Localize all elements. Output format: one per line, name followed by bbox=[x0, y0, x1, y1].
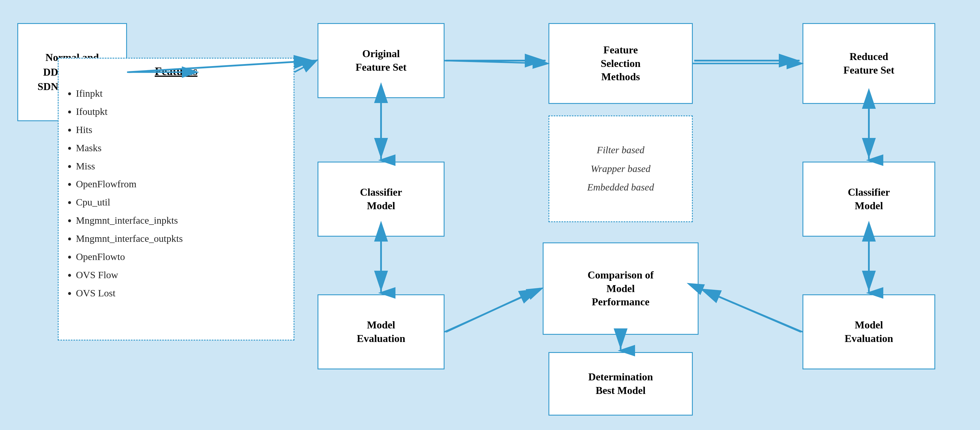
feature-hits: Hits bbox=[76, 121, 183, 139]
features-list: Ifinpkt Ifoutpkt Hits Masks Miss OpenFlo… bbox=[76, 84, 183, 302]
comparison-box: Comparison ofModelPerformance bbox=[542, 243, 698, 335]
fsm-methods-text: Filter based Wrapper based Embedded base… bbox=[587, 141, 654, 197]
feature-ovs-lost: OVS Lost bbox=[76, 284, 183, 302]
model-eval-right-box: ModelEvaluation bbox=[802, 294, 935, 370]
feature-selection-methods-title: FeatureSelectionMethods bbox=[601, 43, 641, 84]
determination-title: DeterminationBest Model bbox=[588, 370, 653, 397]
determination-box: DeterminationBest Model bbox=[549, 352, 693, 416]
features-label: Features bbox=[155, 64, 197, 78]
feature-mngmnt-inpkts: Mngmnt_interface_inpkts bbox=[76, 211, 183, 230]
diagram-container: Normal andDDoS AttackSDN Flow Data Featu… bbox=[0, 0, 980, 430]
feature-openflowfrom: OpenFlowfrom bbox=[76, 175, 183, 194]
arrow-eval-right-to-comparison bbox=[700, 289, 801, 332]
classifier-model-right-title: ClassifierModel bbox=[848, 186, 890, 213]
fsm-methods-box: Filter based Wrapper based Embedded base… bbox=[549, 116, 693, 222]
reduced-feature-set-title: ReducedFeature Set bbox=[843, 50, 894, 77]
feature-masks: Masks bbox=[76, 139, 183, 157]
feature-openflowto: OpenFlowto bbox=[76, 248, 183, 266]
original-feature-set-box: OriginalFeature Set bbox=[318, 23, 444, 98]
feature-ovs-flow: OVS Flow bbox=[76, 266, 183, 284]
comparison-title: Comparison ofModelPerformance bbox=[587, 268, 654, 309]
feature-cpu-util: Cpu_util bbox=[76, 194, 183, 211]
model-eval-right-title: ModelEvaluation bbox=[845, 318, 893, 346]
arrow-modeval-right-to-comparison bbox=[700, 289, 802, 332]
feature-miss: Miss bbox=[76, 157, 183, 176]
original-feature-set-title: OriginalFeature Set bbox=[356, 47, 406, 74]
features-box: Features Ifinpkt Ifoutpkt Hits Masks Mis… bbox=[58, 58, 294, 341]
model-eval-left-box: ModelEvaluation bbox=[318, 294, 444, 370]
feature-ifinpkt: Ifinpkt bbox=[76, 84, 183, 103]
arrow-modeval-left-to-comparison bbox=[444, 289, 541, 332]
classifier-model-left-box: ClassifierModel bbox=[318, 162, 444, 236]
arrow-original-to-fsm bbox=[444, 60, 547, 63]
feature-ifoutpkt: Ifoutpkt bbox=[76, 103, 183, 121]
model-eval-left-title: ModelEvaluation bbox=[357, 318, 405, 346]
reduced-feature-set-box: ReducedFeature Set bbox=[802, 23, 935, 104]
feature-selection-methods-box: FeatureSelectionMethods bbox=[549, 23, 693, 104]
classifier-model-right-box: ClassifierModel bbox=[802, 162, 935, 236]
arrow-features-to-original bbox=[294, 60, 316, 72]
arrow-eval-left-to-comparison bbox=[446, 289, 540, 332]
classifier-model-left-title: ClassifierModel bbox=[360, 186, 402, 213]
feature-mngmnt-outpkts: Mngmnt_interface_outpkts bbox=[76, 230, 183, 248]
